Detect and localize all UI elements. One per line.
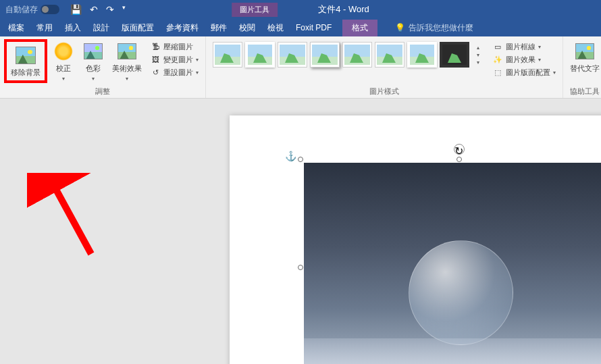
red-arrow-annotation: [27, 173, 101, 261]
change-picture-button[interactable]: 🖼 變更圖片 ▾: [147, 53, 201, 66]
corrections-button[interactable]: 校正▾: [50, 39, 77, 83]
sun-icon: [54, 42, 73, 61]
style-item-reflection[interactable]: [342, 42, 372, 68]
chevron-down-icon: ▾: [196, 57, 199, 63]
style-item-simple[interactable]: [213, 42, 242, 68]
reset-picture-button[interactable]: ↺ 重設圖片 ▾: [147, 66, 201, 78]
highlight-annotation: 移除背景: [4, 39, 47, 83]
picture-style-gallery: ▴▾▾: [210, 39, 487, 70]
style-item-thick-matte[interactable]: [440, 42, 469, 68]
style-item-soft[interactable]: [375, 42, 404, 68]
svg-line-0: [51, 180, 91, 254]
tell-me-search[interactable]: 💡 告訴我您想做什麼: [395, 22, 473, 34]
tab-format[interactable]: 格式: [342, 20, 377, 36]
corrections-label: 校正: [56, 64, 71, 72]
title-bar: 自動儲存 💾 ↶ ↷ ▾ 圖片工具 文件4 - Word: [0, 0, 601, 19]
document-canvas: ⚓ ↻: [0, 99, 601, 364]
picture-effects-button[interactable]: ✨ 圖片效果 ▾: [490, 53, 558, 66]
artistic-effects-button[interactable]: 美術效果▾: [109, 39, 145, 83]
reset-icon: ↺: [150, 67, 161, 78]
style-gallery-more[interactable]: ▴▾▾: [472, 42, 484, 68]
alt-text-label: 替代文字: [570, 63, 600, 74]
style-item-shadow[interactable]: [310, 42, 340, 68]
selected-image[interactable]: ⚓ ↻: [304, 163, 601, 364]
ribbon-content: 移除背景 校正▾ 色彩▾ 美術效果▾ 🗜 壓縮圖片: [0, 36, 601, 99]
tab-design[interactable]: 設計: [92, 20, 111, 36]
image-content: [304, 163, 601, 364]
compress-pictures-button[interactable]: 🗜 壓縮圖片: [147, 41, 201, 53]
ground-graphic: [304, 338, 601, 364]
tab-home[interactable]: 常用: [35, 20, 54, 36]
picture-border-button[interactable]: ▭ 圖片框線 ▾: [490, 41, 558, 53]
chevron-down-icon: ▾: [538, 57, 541, 63]
tell-me-label: 告訴我您想做什麼: [409, 22, 473, 34]
chevron-down-icon: ▾: [477, 59, 479, 66]
tab-review[interactable]: 校閱: [238, 20, 257, 36]
autosave-toggle[interactable]: 自動儲存: [0, 4, 65, 16]
tab-mailings[interactable]: 郵件: [209, 20, 228, 36]
rotate-handle[interactable]: ↻: [454, 144, 465, 155]
autosave-label: 自動儲存: [5, 4, 38, 16]
anchor-icon: ⚓: [285, 151, 297, 163]
chevron-down-icon: ▾: [538, 44, 541, 50]
change-icon: 🖼: [150, 54, 161, 65]
style-item-metal[interactable]: [278, 42, 307, 68]
picture-layout-button[interactable]: ⬚ 圖片版面配置 ▾: [490, 66, 558, 78]
chevron-down-icon: ▾: [62, 76, 65, 82]
quick-access-toolbar: 💾 ↶ ↷ ▾: [70, 4, 126, 15]
style-item-framed[interactable]: [245, 42, 275, 68]
border-icon: ▭: [492, 41, 503, 52]
document-title: 文件4 - Word: [318, 3, 369, 16]
tab-layout[interactable]: 版面配置: [120, 20, 155, 36]
group-adjust-label: 調整: [4, 85, 201, 97]
group-adjust: 移除背景 校正▾ 色彩▾ 美術效果▾ 🗜 壓縮圖片: [0, 36, 206, 98]
chevron-up-icon: ▴: [477, 45, 479, 51]
tab-references[interactable]: 參考資料: [165, 20, 200, 36]
artistic-label: 美術效果: [112, 64, 142, 72]
style-item-double[interactable]: [407, 42, 437, 68]
save-icon[interactable]: 💾: [70, 4, 82, 15]
group-picture-styles: ▴▾▾ ▭ 圖片框線 ▾ ✨ 圖片效果 ▾ ⬚ 圖片版面配置 ▾: [206, 36, 563, 98]
group-accessibility: 替代文字 協助工具: [563, 36, 601, 98]
tab-file[interactable]: 檔案: [7, 20, 26, 36]
color-label: 色彩: [86, 64, 101, 72]
chevron-down-icon: ▾: [553, 70, 556, 76]
chevron-down-icon: ▾: [477, 52, 479, 58]
toggle-switch[interactable]: [41, 5, 59, 14]
remove-background-button[interactable]: 移除背景: [8, 43, 43, 79]
lightbulb-icon: 💡: [395, 23, 404, 32]
chevron-down-icon: ▾: [126, 76, 128, 82]
group-access-label: 協助工具: [567, 85, 601, 97]
color-button[interactable]: 色彩▾: [80, 39, 107, 83]
compress-icon: 🗜: [150, 41, 161, 52]
bubble-graphic: [409, 240, 513, 345]
layout-icon: ⬚: [492, 67, 503, 78]
group-styles-label: 圖片樣式: [210, 85, 558, 97]
remove-bg-label: 移除背景: [11, 68, 41, 78]
chevron-down-icon: ▾: [196, 70, 199, 76]
tab-foxit[interactable]: Foxit PDF: [294, 20, 333, 35]
alt-text-button[interactable]: 替代文字: [567, 39, 601, 75]
tab-insert[interactable]: 插入: [63, 20, 82, 36]
chevron-down-icon: ▾: [92, 76, 95, 82]
undo-icon[interactable]: ↶: [90, 4, 98, 15]
tab-view[interactable]: 檢視: [266, 20, 285, 36]
qat-customize-icon[interactable]: ▾: [122, 4, 126, 15]
ribbon-tabs: 檔案 常用 插入 設計 版面配置 參考資料 郵件 校閱 檢視 Foxit PDF…: [0, 19, 601, 36]
effects-icon: ✨: [492, 54, 503, 65]
contextual-tab-label: 圖片工具: [232, 3, 278, 17]
redo-icon[interactable]: ↷: [106, 4, 114, 15]
